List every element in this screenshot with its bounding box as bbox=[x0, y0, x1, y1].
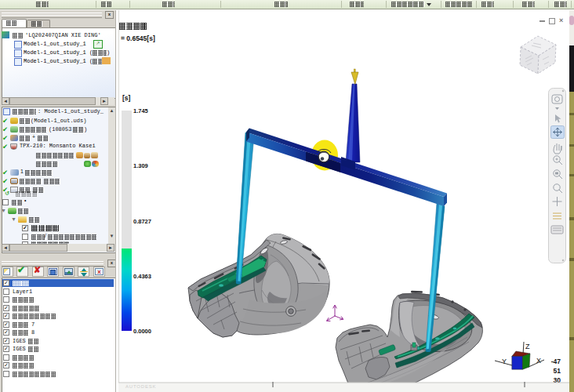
svg-text:-47: -47 bbox=[551, 358, 561, 365]
svg-text:1.309: 1.309 bbox=[133, 162, 148, 169]
svg-text:AUTODESK: AUTODESK bbox=[125, 384, 156, 389]
svg-text:[s]: [s] bbox=[122, 94, 131, 102]
svg-text:Z: Z bbox=[525, 343, 530, 350]
svg-text:1.745: 1.745 bbox=[133, 107, 148, 114]
svg-text:0.0000: 0.0000 bbox=[133, 328, 151, 335]
svg-text:0.8727: 0.8727 bbox=[133, 218, 151, 225]
svg-text:Y: Y bbox=[502, 358, 507, 365]
svg-text:X: X bbox=[536, 357, 541, 365]
svg-text:51: 51 bbox=[554, 367, 561, 375]
svg-text:0.4363: 0.4363 bbox=[133, 273, 151, 280]
